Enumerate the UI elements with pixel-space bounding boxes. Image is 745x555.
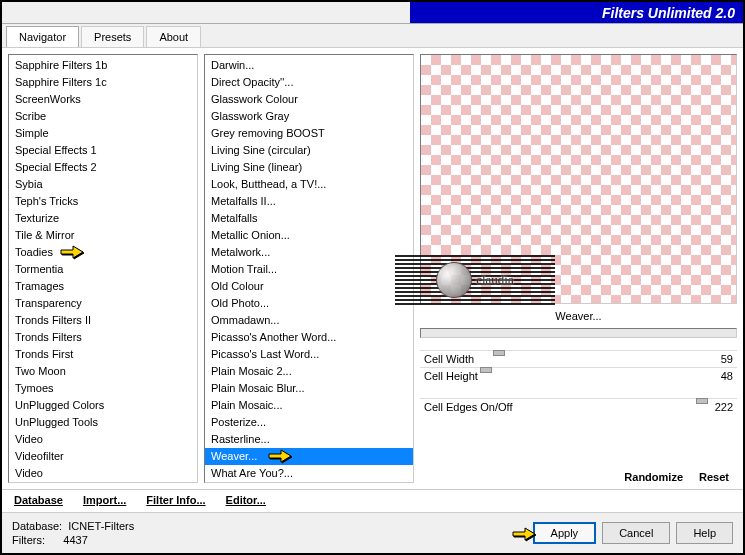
list-item[interactable]: Glasswork Colour	[205, 91, 413, 108]
list-item[interactable]: Picasso's Another Word...	[205, 329, 413, 346]
list-item[interactable]: Sapphire Filters 1b	[9, 57, 197, 74]
list-item[interactable]: Videofilter	[9, 448, 197, 465]
editor-button[interactable]: Editor...	[226, 494, 266, 506]
filter-list[interactable]: Darwin...Direct Opacity''...Glasswork Co…	[205, 55, 413, 482]
list-item[interactable]: UnPlugged Tools	[9, 414, 197, 431]
list-item[interactable]: Picasso's Last Word...	[205, 346, 413, 363]
slider-label: Cell Edges On/Off	[424, 401, 693, 413]
list-item[interactable]: Rasterline...	[205, 431, 413, 448]
main-area: Sapphire Filters 1bSapphire Filters 1cSc…	[2, 48, 743, 489]
pointer-hand-icon	[59, 242, 85, 262]
slider-label: Cell Height	[424, 370, 693, 382]
list-item[interactable]: Direct Opacity''...	[205, 74, 413, 91]
filters-label: Filters:	[12, 534, 45, 546]
list-item[interactable]: Living Sine (circular)	[205, 142, 413, 159]
list-item[interactable]: Two Moon	[9, 363, 197, 380]
slider-value: 48	[693, 370, 733, 382]
list-item[interactable]: Ommadawn...	[205, 312, 413, 329]
list-item[interactable]: Sapphire Filters 1c	[9, 74, 197, 91]
footer-info: Database: ICNET-Filters Filters: 4437	[12, 519, 134, 547]
list-item[interactable]: Toadies	[9, 244, 197, 261]
tab-navigator[interactable]: Navigator	[6, 26, 79, 47]
list-item[interactable]: Plain Mosaic 2...	[205, 363, 413, 380]
list-item[interactable]: Simple	[9, 125, 197, 142]
list-item[interactable]: Scribe	[9, 108, 197, 125]
list-item[interactable]: Tile & Mirror	[9, 227, 197, 244]
list-item[interactable]: Grey removing BOOST	[205, 125, 413, 142]
list-item[interactable]: Metalfalls	[205, 210, 413, 227]
category-list[interactable]: Sapphire Filters 1bSapphire Filters 1cSc…	[9, 55, 197, 482]
list-item[interactable]: Look, Butthead, a TV!...	[205, 176, 413, 193]
footer: Database: ICNET-Filters Filters: 4437 Ap…	[2, 512, 743, 553]
help-button[interactable]: Help	[676, 522, 733, 544]
db-value: ICNET-Filters	[68, 520, 134, 532]
list-item[interactable]: Video	[9, 465, 197, 482]
current-filter-name: Weaver...	[420, 308, 737, 324]
slider-row[interactable]: Cell Width59	[420, 350, 737, 367]
list-item[interactable]: Old Colour	[205, 278, 413, 295]
list-item[interactable]: Sybia	[9, 176, 197, 193]
tab-presets[interactable]: Presets	[81, 26, 144, 47]
reset-button[interactable]: Reset	[699, 471, 729, 483]
list-item[interactable]: Tronds First	[9, 346, 197, 363]
footer-buttons: Apply Cancel Help	[533, 522, 733, 544]
list-item[interactable]: Plain Mosaic...	[205, 397, 413, 414]
cancel-button[interactable]: Cancel	[602, 522, 670, 544]
db-label: Database:	[12, 520, 62, 532]
list-item[interactable]: Transparency	[9, 295, 197, 312]
slider-row[interactable]: Cell Edges On/Off222	[420, 398, 737, 415]
apply-button[interactable]: Apply	[533, 522, 597, 544]
list-item[interactable]: Special Effects 1	[9, 142, 197, 159]
list-item[interactable]: Weaver...	[205, 448, 413, 465]
list-item[interactable]: Metalwork...	[205, 244, 413, 261]
list-item[interactable]: What Are You?...	[205, 465, 413, 482]
list-item[interactable]: UnPlugged Colors	[9, 397, 197, 414]
list-item[interactable]: Tronds Filters II	[9, 312, 197, 329]
preview-panel: Weaver... Cell Width59Cell Height48Cell …	[420, 54, 737, 483]
app-title: Filters Unlimited 2.0	[602, 5, 735, 21]
list-item[interactable]: Living Sine (linear)	[205, 159, 413, 176]
list-item[interactable]: Plain Mosaic Blur...	[205, 380, 413, 397]
list-item[interactable]: Tormentia	[9, 261, 197, 278]
list-item[interactable]: Glasswork Gray	[205, 108, 413, 125]
title-bar: Filters Unlimited 2.0	[2, 2, 743, 24]
list-item[interactable]: Texturize	[9, 210, 197, 227]
pointer-hand-icon	[267, 446, 293, 466]
list-item[interactable]: Old Photo...	[205, 295, 413, 312]
toolbar-row: Database Import... Filter Info... Editor…	[2, 489, 743, 512]
list-item[interactable]: Tymoes	[9, 380, 197, 397]
list-item[interactable]: Teph's Tricks	[9, 193, 197, 210]
category-list-panel: Sapphire Filters 1bSapphire Filters 1cSc…	[8, 54, 198, 483]
list-item[interactable]: ScreenWorks	[9, 91, 197, 108]
list-item[interactable]: Metallic Onion...	[205, 227, 413, 244]
filters-value: 4437	[63, 534, 87, 546]
filter-info-button[interactable]: Filter Info...	[146, 494, 205, 506]
list-item[interactable]: Video	[9, 431, 197, 448]
filter-list-panel: Darwin...Direct Opacity''...Glasswork Co…	[204, 54, 414, 483]
list-item[interactable]: Darwin...	[205, 57, 413, 74]
slider-group: Cell Width59Cell Height48Cell Edges On/O…	[420, 350, 737, 415]
tab-bar: NavigatorPresetsAbout	[2, 24, 743, 48]
slider-value: 59	[693, 353, 733, 365]
progress-bar	[420, 328, 737, 338]
list-item[interactable]: Motion Trail...	[205, 261, 413, 278]
list-item[interactable]: Special Effects 2	[9, 159, 197, 176]
slider-thumb[interactable]	[696, 398, 708, 404]
import-button[interactable]: Import...	[83, 494, 126, 506]
tab-about[interactable]: About	[146, 26, 201, 47]
list-item[interactable]: Posterize...	[205, 414, 413, 431]
slider-thumb[interactable]	[493, 350, 505, 356]
list-item[interactable]: Tramages	[9, 278, 197, 295]
slider-row[interactable]: Cell Height48	[420, 367, 737, 384]
preview-image	[420, 54, 737, 304]
database-button[interactable]: Database	[14, 494, 63, 506]
list-item[interactable]: Metalfalls II...	[205, 193, 413, 210]
slider-label: Cell Width	[424, 353, 693, 365]
slider-thumb[interactable]	[480, 367, 492, 373]
randomize-reset-row: Randomize Reset	[420, 463, 737, 483]
randomize-button[interactable]: Randomize	[624, 471, 683, 483]
list-item[interactable]: Tronds Filters	[9, 329, 197, 346]
